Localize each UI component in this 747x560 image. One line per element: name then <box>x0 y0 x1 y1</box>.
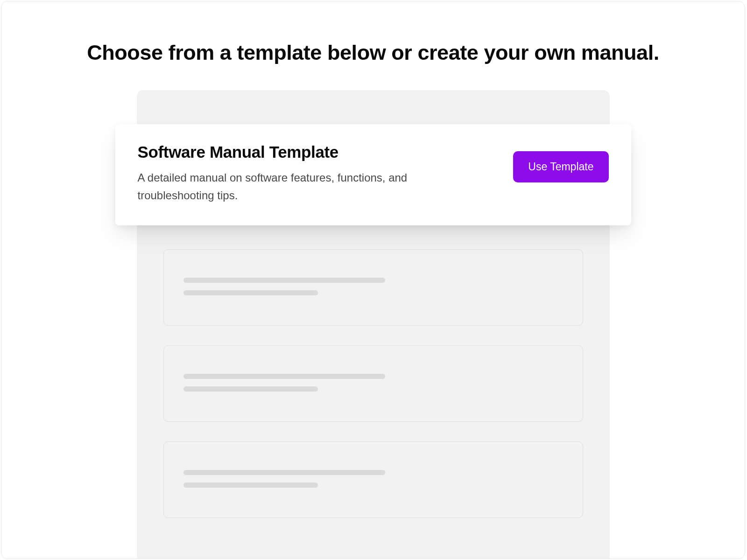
skeleton-line <box>183 290 318 295</box>
use-template-button[interactable]: Use Template <box>513 151 608 182</box>
page-frame: Choose from a template below or create y… <box>1 1 745 559</box>
skeleton-line <box>183 278 385 283</box>
page-title: Choose from a template below or create y… <box>1 41 745 65</box>
template-info: Software Manual Template A detailed manu… <box>138 143 495 205</box>
placeholder-block <box>163 249 583 326</box>
template-title: Software Manual Template <box>138 143 495 161</box>
placeholder-block <box>163 441 583 518</box>
skeleton-line <box>183 470 385 475</box>
skeleton-line <box>183 374 385 379</box>
skeleton-line <box>183 386 318 392</box>
placeholder-block <box>163 345 583 422</box>
document-preview: Software Manual Template A detailed manu… <box>137 90 610 559</box>
template-card: Software Manual Template A detailed manu… <box>115 124 631 225</box>
template-description: A detailed manual on software features, … <box>138 169 437 205</box>
skeleton-line <box>183 483 318 488</box>
